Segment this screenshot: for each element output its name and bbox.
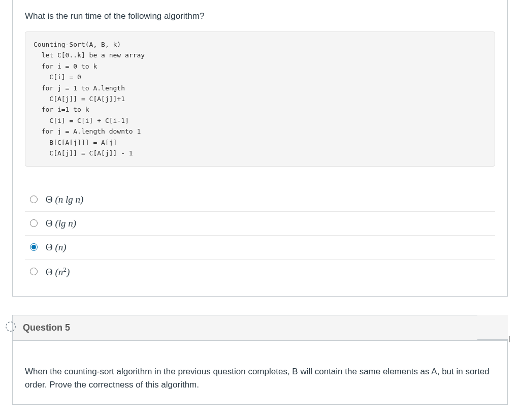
radio-input[interactable]: [30, 196, 38, 203]
option-n[interactable]: Θ (n): [25, 236, 495, 260]
radio-input[interactable]: [30, 268, 38, 275]
answer-options: Θ (n lg n) Θ (lg n) Θ (n) Θ (n2): [25, 188, 495, 284]
option-label: Θ (n): [46, 242, 67, 253]
option-label: Θ (n lg n): [46, 194, 83, 205]
option-label: Θ (lg n): [46, 218, 76, 229]
question-status-unanswered-icon: [5, 320, 17, 333]
question-card-4: What is the run time of the following al…: [12, 0, 508, 297]
question-body: When the counting-sort algorithm in the …: [13, 341, 507, 404]
question-body: What is the run time of the following al…: [13, 0, 507, 296]
svg-point-0: [6, 322, 15, 331]
header-decoration: [477, 315, 508, 340]
code-block: Counting-Sort(A, B, k) let C[0..k] be a …: [25, 31, 495, 167]
option-n2[interactable]: Θ (n2): [25, 260, 495, 284]
radio-input[interactable]: [30, 219, 38, 227]
option-nlogn[interactable]: Θ (n lg n): [25, 188, 495, 212]
question-card-5: Question 5 When the counting-sort algori…: [12, 315, 508, 405]
question-header-title: Question 5: [23, 322, 70, 333]
question-prompt: What is the run time of the following al…: [25, 10, 495, 22]
option-label: Θ (n2): [46, 266, 70, 278]
option-logn[interactable]: Θ (lg n): [25, 212, 495, 236]
question-header: Question 5: [13, 315, 507, 341]
question-prompt: When the counting-sort algorithm in the …: [25, 365, 495, 392]
radio-input[interactable]: [30, 243, 38, 251]
